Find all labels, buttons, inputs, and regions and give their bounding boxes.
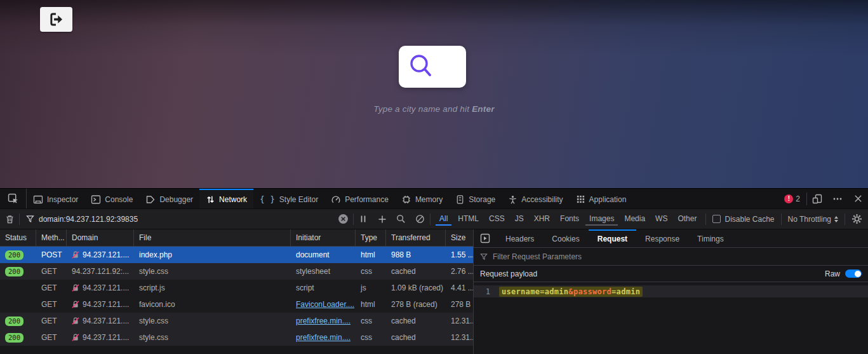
tab-performance[interactable]: Performance <box>324 189 395 208</box>
initiator-link[interactable]: prefixfree.min.... <box>296 333 351 342</box>
devtools-close-button[interactable] <box>848 189 868 208</box>
cell-initiator: document <box>291 247 356 263</box>
details-tab-cookies[interactable]: Cookies <box>543 229 588 247</box>
cell-domain: 94.237.121.... <box>67 280 134 296</box>
initiator-text: script <box>296 283 314 292</box>
type-filter-other[interactable]: Other <box>674 213 700 226</box>
tab-application[interactable]: Application <box>570 189 633 208</box>
logout-button[interactable] <box>40 7 72 32</box>
cell-transferred: cached <box>386 263 446 280</box>
details-tab-response[interactable]: Response <box>636 229 688 247</box>
error-count-badge[interactable]: ! 2 <box>778 194 806 203</box>
url-filter-input[interactable]: domain:94.237.121.92:39835 <box>20 209 334 229</box>
cell-transferred: 278 B (raced) <box>386 296 446 313</box>
details-tab-timings[interactable]: Timings <box>688 229 733 247</box>
tab-console[interactable]: Console <box>84 189 139 208</box>
details-tab-headers[interactable]: Headers <box>497 229 543 247</box>
cell-initiator: prefixfree.min.... <box>291 329 356 346</box>
new-request-button[interactable] <box>373 209 392 229</box>
cell-method: GET <box>36 313 67 329</box>
raw-label: Raw <box>825 269 840 278</box>
initiator-link[interactable]: prefixfree.min.... <box>296 317 351 325</box>
cell-size: 278 B <box>446 296 474 313</box>
initiator-text: document <box>296 250 330 259</box>
cell-transferred: cached <box>386 329 446 346</box>
tab-network[interactable]: Network <box>199 189 253 208</box>
tab-label: Style Editor <box>279 195 318 204</box>
throttling-select[interactable]: No Throttling <box>782 215 845 224</box>
inspector-icon <box>33 194 43 205</box>
cell-status <box>0 296 36 313</box>
panel-toggle-button[interactable] <box>474 229 497 247</box>
column-header-status[interactable]: Status <box>0 229 36 246</box>
request-table: StatusMeth...DomainFileInitiatorTypeTran… <box>0 229 474 354</box>
pause-traffic-button[interactable] <box>354 209 373 229</box>
close-icon <box>853 194 863 203</box>
type-filter-images[interactable]: Images <box>585 213 618 226</box>
cell-file: index.php <box>134 247 291 263</box>
payload-code-area[interactable]: 1 username=admin&password=admin <box>474 282 868 354</box>
table-row[interactable]: 200GET94.237.121....style.cssprefixfree.… <box>0 313 473 329</box>
disable-cache-checkbox[interactable] <box>712 215 721 223</box>
type-filter-media[interactable]: Media <box>620 213 649 226</box>
city-search-input[interactable] <box>399 46 466 88</box>
devtools-menu-button[interactable] <box>827 189 848 208</box>
table-row[interactable]: GET94.237.121....script.jsscriptjs1.09 k… <box>0 280 473 296</box>
column-header-type[interactable]: Type <box>356 229 386 246</box>
type-filter-ws[interactable]: WS <box>651 213 671 226</box>
plus-icon <box>378 215 387 224</box>
web-page-background: Type a city name and hit Enter <box>0 0 868 188</box>
initiator-link[interactable]: FaviconLoader.... <box>296 300 354 309</box>
disable-cache-toggle[interactable]: Disable Cache <box>706 215 780 224</box>
table-row[interactable]: 200GET94.237.121.92:...style.cssstyleshe… <box>0 263 473 280</box>
error-count: 2 <box>796 194 800 203</box>
table-row[interactable]: 200POST94.237.121....index.phpdocumentht… <box>0 247 473 263</box>
tab-memory[interactable]: Memory <box>395 189 449 208</box>
column-header-file[interactable]: File <box>134 229 291 246</box>
domain-text: 94.237.121.92:... <box>72 267 129 276</box>
search-requests-button[interactable] <box>392 209 411 229</box>
table-row[interactable]: 200GET94.237.121....style.cssprefixfree.… <box>0 329 473 346</box>
tab-storage[interactable]: Storage <box>449 189 502 208</box>
details-tab-request[interactable]: Request <box>589 229 636 247</box>
request-table-header: StatusMeth...DomainFileInitiatorTypeTran… <box>0 229 473 247</box>
cell-initiator: stylesheet <box>291 263 356 280</box>
code-segment: =admin <box>611 287 640 296</box>
type-filter-html[interactable]: HTML <box>454 213 483 226</box>
tab-accessibility[interactable]: Accessibility <box>502 189 569 208</box>
clear-requests-button[interactable] <box>0 209 19 229</box>
search-hint-text: Type a city name and hit Enter <box>0 104 868 114</box>
column-header-domain[interactable]: Domain <box>67 229 134 246</box>
cell-transferred: 988 B <box>386 247 446 263</box>
debugger-icon <box>145 194 156 205</box>
column-header-size[interactable]: Size <box>446 229 474 246</box>
tab-debugger[interactable]: Debugger <box>139 189 199 208</box>
raw-toggle[interactable] <box>845 269 862 278</box>
responsive-design-mode-button[interactable] <box>807 189 827 208</box>
request-details-panel: HeadersCookiesRequestResponseTimings Fil… <box>474 229 868 354</box>
type-filter-fonts[interactable]: Fonts <box>556 213 583 226</box>
cell-file: style.css <box>134 313 291 329</box>
clear-filter-button[interactable] <box>334 209 353 229</box>
tab-inspector[interactable]: Inspector <box>27 189 84 208</box>
network-settings-button[interactable] <box>845 209 868 229</box>
request-table-body: 200POST94.237.121....index.phpdocumentht… <box>0 247 473 354</box>
pick-element-button[interactable] <box>0 189 27 208</box>
params-filter-input[interactable]: Filter Request Parameters <box>474 248 868 266</box>
code-segment: username=admin <box>502 287 568 296</box>
tab-label: Memory <box>415 195 443 204</box>
table-row[interactable]: GET94.237.121....favicon.icoFaviconLoade… <box>0 296 473 313</box>
domain-text: 94.237.121.... <box>83 250 129 259</box>
type-filter-xhr[interactable]: XHR <box>530 213 554 226</box>
tab-style-editor[interactable]: { }Style Editor <box>253 189 324 208</box>
devtools-toolbox-tabbar: InspectorConsoleDebuggerNetwork{ }Style … <box>0 189 868 209</box>
column-header-transferred[interactable]: Transferred <box>386 229 446 246</box>
column-header-meth[interactable]: Meth... <box>36 229 67 246</box>
block-requests-button[interactable] <box>411 209 430 229</box>
cell-status: 200 <box>0 329 36 346</box>
type-filter-all[interactable]: All <box>436 213 451 226</box>
filter-funnel-icon <box>480 253 488 261</box>
type-filter-css[interactable]: CSS <box>485 213 509 226</box>
column-header-initiator[interactable]: Initiator <box>291 229 356 246</box>
type-filter-js[interactable]: JS <box>511 213 528 226</box>
